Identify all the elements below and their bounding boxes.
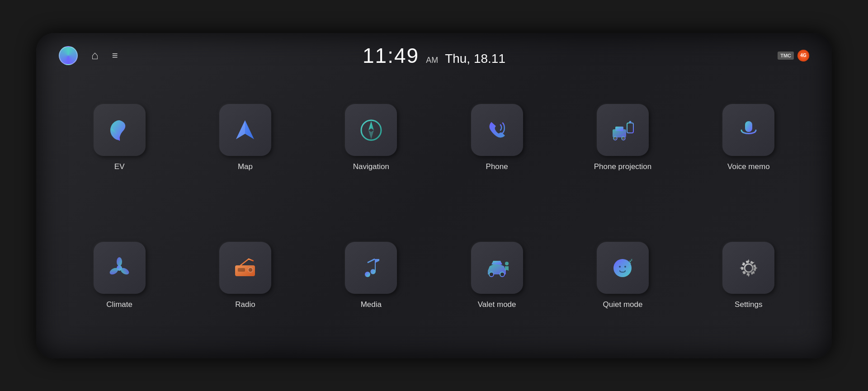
ev-icon	[94, 104, 146, 156]
svg-point-38	[745, 264, 753, 272]
status-right: TMC 4G	[778, 50, 809, 61]
tmc-badge: TMC	[778, 52, 794, 60]
svg-point-8	[622, 137, 625, 140]
media-icon	[345, 242, 397, 294]
signal-badge: 4G	[797, 50, 809, 61]
svg-point-35	[624, 266, 626, 268]
svg-point-30	[489, 272, 494, 277]
app-valet-mode[interactable]: Valet mode	[441, 212, 553, 340]
signal-label: 4G	[800, 53, 806, 58]
menu-icon[interactable]: ≡	[112, 50, 119, 61]
svg-marker-4	[368, 130, 374, 139]
app-quiet-mode[interactable]: z z Quiet mode	[566, 212, 679, 340]
app-ev[interactable]: EV	[63, 74, 175, 203]
svg-rect-15	[745, 121, 752, 132]
radio-label: Radio	[235, 300, 255, 309]
app-navigation[interactable]: Navigation	[315, 74, 427, 203]
map-label: Map	[238, 162, 253, 171]
settings-icon	[722, 242, 774, 294]
status-center: 11:49 AM Thu, 18.11	[363, 43, 505, 68]
settings-label: Settings	[735, 300, 762, 309]
globe-icon[interactable]	[59, 46, 78, 65]
app-phone-projection[interactable]: Phone projection	[566, 74, 679, 203]
app-climate[interactable]: Climate	[63, 212, 175, 340]
svg-point-10	[629, 121, 632, 123]
svg-rect-23	[238, 268, 245, 272]
svg-point-31	[500, 272, 505, 277]
valet-mode-label: Valet mode	[478, 300, 516, 309]
main-screen: ⌂ ≡ 11:49 AM Thu, 18.11 TMC 4G	[36, 33, 832, 358]
navigation-label: Navigation	[353, 162, 389, 171]
phone-label: Phone	[486, 162, 508, 171]
app-voice-memo[interactable]: Voice memo	[693, 74, 805, 203]
phone-projection-label: Phone projection	[594, 162, 652, 171]
svg-point-32	[505, 262, 509, 265]
clock-ampm: AM	[426, 56, 438, 65]
svg-point-24	[248, 268, 253, 272]
phone-projection-icon	[597, 104, 649, 156]
svg-marker-3	[368, 121, 374, 130]
app-grid: EV Map	[54, 69, 814, 349]
app-phone[interactable]: Phone	[441, 74, 553, 203]
app-settings[interactable]: Settings	[693, 212, 805, 340]
status-bar: ⌂ ≡ 11:49 AM Thu, 18.11 TMC 4G	[54, 42, 814, 69]
svg-marker-1	[236, 120, 245, 139]
app-media[interactable]: Media	[315, 212, 427, 340]
climate-icon	[94, 242, 146, 294]
radio-icon	[219, 242, 271, 294]
svg-point-19	[117, 257, 122, 266]
app-map[interactable]: Map	[189, 74, 301, 203]
clock-time: 11:49	[363, 43, 419, 68]
svg-text:z: z	[631, 258, 632, 262]
svg-rect-6	[615, 127, 623, 131]
svg-line-25	[241, 259, 249, 265]
map-icon	[219, 104, 271, 156]
phone-icon	[471, 104, 523, 156]
voice-memo-icon	[722, 104, 774, 156]
quiet-mode-icon: z z	[597, 242, 649, 294]
valet-mode-icon	[471, 242, 523, 294]
svg-line-29	[368, 259, 375, 263]
svg-line-26	[249, 259, 253, 261]
svg-point-34	[619, 266, 621, 268]
voice-memo-label: Voice memo	[727, 162, 770, 171]
app-radio[interactable]: Radio	[189, 212, 301, 340]
home-icon[interactable]: ⌂	[91, 48, 99, 62]
svg-point-7	[613, 137, 617, 140]
climate-label: Climate	[106, 300, 132, 309]
quiet-mode-label: Quiet mode	[603, 300, 643, 309]
media-label: Media	[361, 300, 382, 309]
navigation-icon	[345, 104, 397, 156]
ev-label: EV	[114, 162, 125, 171]
clock-date: Thu, 18.11	[445, 52, 505, 66]
